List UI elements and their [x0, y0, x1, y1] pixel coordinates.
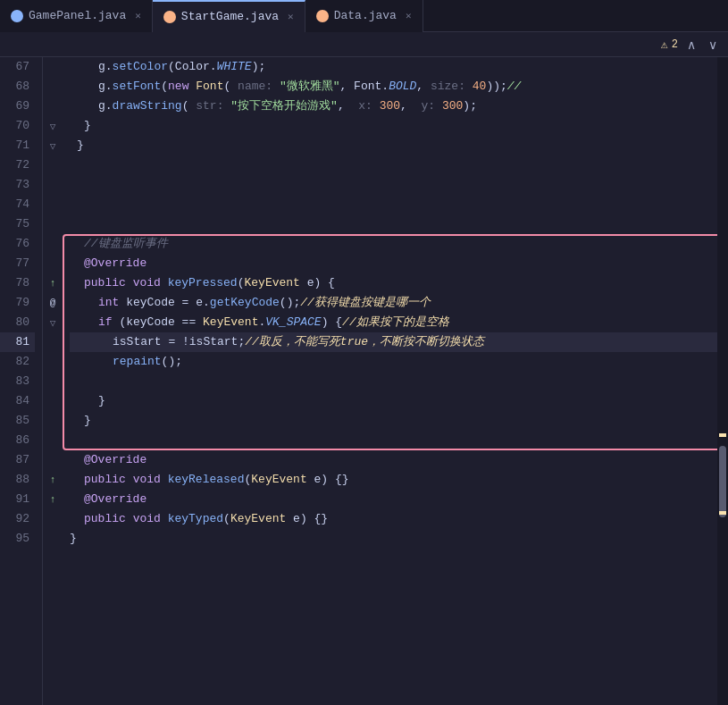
- line-num-67: 67: [0, 57, 35, 77]
- line-num-68: 68: [0, 77, 35, 97]
- line-num-87: 87: [0, 450, 35, 470]
- code-line-95: }: [70, 529, 717, 549]
- code-line-74: [70, 195, 717, 214]
- line-num-88: 88: [0, 470, 35, 490]
- code-line-71: }: [70, 136, 717, 155]
- gutter-row-69: [43, 97, 63, 116]
- gutter-fold-71[interactable]: ▽: [43, 136, 63, 155]
- scrollbar[interactable]: [717, 57, 728, 705]
- nav-up-button[interactable]: ∧: [683, 36, 699, 54]
- scrollbar-marker-1: [719, 433, 726, 437]
- tab-icon-startgame: [163, 11, 176, 23]
- line-num-74: 74: [0, 195, 35, 214]
- gutter-row-74: [43, 195, 63, 214]
- line-num-91: 91: [0, 490, 35, 509]
- line-num-77: 77: [0, 254, 35, 273]
- warning-count: 2: [672, 38, 678, 51]
- tab-close-data[interactable]: ✕: [406, 10, 412, 21]
- code-line-73: [70, 175, 717, 195]
- tab-close-startgame[interactable]: ✕: [288, 11, 294, 22]
- tab-label-startgame: StartGame.java: [181, 10, 279, 23]
- gutter-arrow-88[interactable]: ↑: [43, 470, 63, 490]
- gutter-row-85: [43, 411, 63, 431]
- code-line-72: [70, 155, 717, 175]
- code-line-85: }: [70, 411, 717, 431]
- tab-startgame[interactable]: StartGame.java ✕: [153, 0, 305, 32]
- gutter-row-83: [43, 372, 63, 391]
- gutter: ▽ ▽ ↑ @ ▽ ↑ ↑: [43, 57, 63, 705]
- line-num-86: 86: [0, 431, 35, 450]
- line-num-69: 69: [0, 97, 35, 116]
- tab-close-gamepanel[interactable]: ✕: [135, 10, 141, 21]
- gutter-row-76: [43, 234, 63, 254]
- code-line-86: [70, 431, 717, 450]
- code-line-80: if (keyCode == KeyEvent.VK_SPACE) {//如果按…: [70, 313, 717, 332]
- line-num-75: 75: [0, 214, 35, 234]
- code-line-79: int keyCode = e.getKeyCode();//获得键盘按键是哪一…: [70, 293, 717, 313]
- line-num-85: 85: [0, 411, 35, 431]
- line-num-78: 78: [0, 273, 35, 293]
- code-line-82: repaint();: [70, 352, 717, 372]
- tab-bar: GamePanel.java ✕ StartGame.java ✕ Data.j…: [0, 0, 728, 32]
- code-line-87: @Override: [70, 450, 717, 470]
- code-line-83: [70, 372, 717, 391]
- line-num-83: 83: [0, 372, 35, 391]
- tab-icon-data: [316, 10, 329, 22]
- toolbar: ⚠ 2 ∧ ∨: [0, 32, 728, 57]
- code-area[interactable]: g.setColor(Color.WHITE); g.setFont(new F…: [63, 57, 717, 705]
- gutter-fold-70[interactable]: ▽: [43, 116, 63, 136]
- line-num-71: 71: [0, 136, 35, 155]
- gutter-row-92: [43, 509, 63, 529]
- gutter-fold-80[interactable]: ▽: [43, 313, 63, 332]
- gutter-row-77: [43, 254, 63, 273]
- gutter-row-81: [43, 332, 63, 352]
- line-num-84: 84: [0, 391, 35, 411]
- gutter-row-87: [43, 450, 63, 470]
- gutter-row-68: [43, 77, 63, 97]
- scrollbar-thumb[interactable]: [719, 446, 726, 517]
- line-num-92: 92: [0, 509, 35, 529]
- line-num-79: 79: [0, 293, 35, 313]
- line-num-95: 95: [0, 529, 35, 549]
- gutter-row-79: @: [43, 293, 63, 313]
- code-line-77: @Override: [70, 254, 717, 273]
- code-line-70: }: [70, 116, 717, 136]
- code-line-92: public void keyTyped(KeyEvent e) {}: [70, 509, 717, 529]
- gutter-row-82: [43, 352, 63, 372]
- line-num-81: 81: [0, 332, 35, 352]
- tab-data[interactable]: Data.java ✕: [305, 0, 423, 32]
- tab-label-data: Data.java: [334, 9, 397, 22]
- gutter-row-75: [43, 214, 63, 234]
- code-line-76: //键盘监听事件: [70, 234, 717, 254]
- code-line-88: public void keyReleased(KeyEvent e) {}: [70, 470, 717, 490]
- tab-icon-gamepanel: [11, 10, 23, 22]
- warning-icon: ⚠: [661, 38, 668, 52]
- gutter-row-67: [43, 57, 63, 77]
- nav-down-button[interactable]: ∨: [705, 36, 721, 54]
- gutter-row-95: [43, 529, 63, 549]
- gutter-row-72: [43, 155, 63, 175]
- code-line-67: g.setColor(Color.WHITE);: [70, 57, 717, 77]
- code-line-75: [70, 214, 717, 234]
- line-num-70: 70: [0, 116, 35, 136]
- gutter-arrow-78[interactable]: ↑: [43, 273, 63, 293]
- gutter-row-84: [43, 391, 63, 411]
- gutter-arrow-91[interactable]: ↑: [43, 490, 63, 509]
- scrollbar-marker-2: [719, 511, 726, 515]
- code-line-68: g.setFont(new Font( name: "微软雅黑", Font.B…: [70, 77, 717, 97]
- line-numbers: 67 68 69 70 71 72 73 74 75 76 77 78 79 8…: [0, 57, 43, 705]
- gutter-row-86: [43, 431, 63, 450]
- code-line-69: g.drawString( str: "按下空格开始游戏", x: 300, y…: [70, 97, 717, 116]
- gutter-row-73: [43, 175, 63, 195]
- code-line-84: }: [70, 391, 717, 411]
- line-num-80: 80: [0, 313, 35, 332]
- line-num-72: 72: [0, 155, 35, 175]
- code-line-78: public void keyPressed(KeyEvent e) {: [70, 273, 717, 293]
- code-line-81: isStart = !isStart;//取反，不能写死true，不断按不断切换…: [70, 332, 717, 352]
- line-num-73: 73: [0, 175, 35, 195]
- line-num-76: 76: [0, 234, 35, 254]
- warning-badge: ⚠ 2: [661, 38, 678, 52]
- tab-gamepanel[interactable]: GamePanel.java ✕: [0, 0, 153, 32]
- code-line-91: @Override: [70, 490, 717, 509]
- tab-label-gamepanel: GamePanel.java: [29, 9, 126, 22]
